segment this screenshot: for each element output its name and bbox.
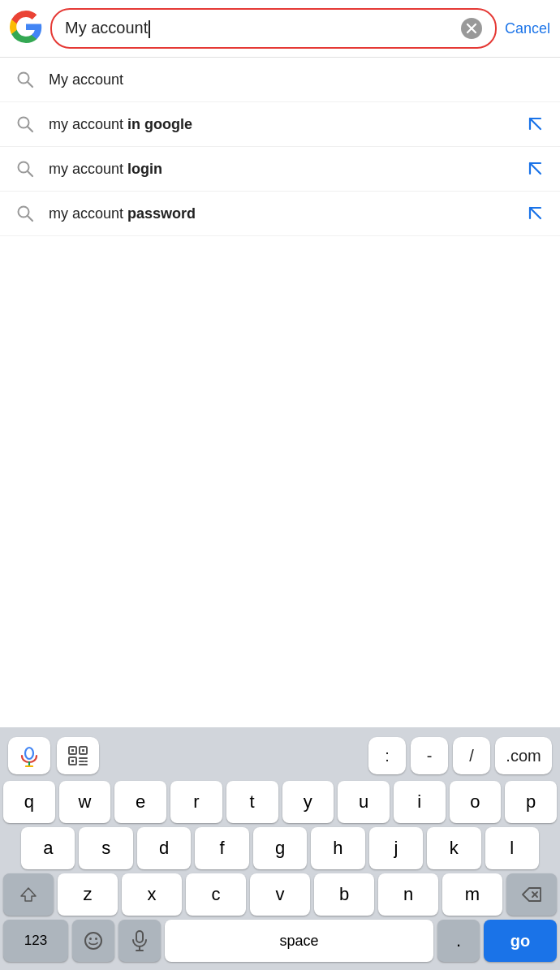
- svg-point-31: [89, 938, 92, 940]
- svg-line-9: [530, 163, 541, 174]
- key-row-3: z x c v b n m: [3, 873, 557, 916]
- svg-line-3: [28, 82, 32, 87]
- keyboard: : - / .com q w e r t y u i o p a s d f g…: [0, 727, 560, 970]
- microphone-key[interactable]: [118, 920, 161, 962]
- period-key[interactable]: .: [437, 920, 480, 962]
- search-input-text: My account: [65, 19, 148, 37]
- key-v[interactable]: v: [250, 873, 310, 916]
- search-input-wrapper[interactable]: My account: [50, 8, 497, 49]
- search-icon: [16, 71, 34, 88]
- autocomplete-arrow-icon: [526, 115, 544, 133]
- google-logo: [10, 11, 42, 46]
- microphone-toolbar-button[interactable]: [8, 737, 50, 774]
- clear-button[interactable]: [461, 18, 482, 39]
- suggestion-text: my account password: [49, 205, 511, 222]
- svg-line-5: [28, 127, 32, 131]
- key-y[interactable]: y: [282, 781, 334, 823]
- key-t[interactable]: t: [226, 781, 278, 823]
- autocomplete-arrow-icon: [526, 160, 544, 178]
- go-key[interactable]: go: [484, 920, 557, 962]
- svg-line-8: [28, 171, 32, 176]
- shift-key[interactable]: [3, 873, 54, 916]
- suggestion-text: my account login: [49, 161, 511, 178]
- key-b[interactable]: b: [314, 873, 374, 916]
- key-j[interactable]: j: [369, 827, 423, 869]
- key-row-1: q w e r t y u i o p: [3, 781, 557, 823]
- suggestion-text: My account: [49, 71, 544, 88]
- keyboard-rows: q w e r t y u i o p a s d f g h j k l: [0, 781, 560, 962]
- key-q[interactable]: q: [3, 781, 55, 823]
- suggestion-text: my account in google: [49, 116, 511, 133]
- svg-line-12: [530, 208, 541, 218]
- cancel-button[interactable]: Cancel: [505, 20, 550, 37]
- emoji-key[interactable]: [72, 920, 114, 962]
- dash-key[interactable]: -: [411, 737, 448, 774]
- key-r[interactable]: r: [170, 781, 222, 823]
- svg-point-14: [25, 748, 33, 759]
- colon-key[interactable]: :: [368, 737, 406, 774]
- space-key[interactable]: space: [165, 920, 433, 962]
- search-icon: [16, 115, 34, 133]
- key-e[interactable]: e: [114, 781, 166, 823]
- delete-key[interactable]: [506, 873, 557, 916]
- slash-key[interactable]: /: [453, 737, 490, 774]
- key-w[interactable]: w: [59, 781, 111, 823]
- svg-rect-22: [71, 760, 74, 762]
- key-l[interactable]: l: [485, 827, 539, 869]
- suggestion-item[interactable]: my account password: [0, 192, 560, 236]
- toolbar-char-group: : - / .com: [368, 737, 552, 774]
- search-icon: [16, 160, 34, 178]
- key-s[interactable]: s: [79, 827, 132, 869]
- key-z[interactable]: z: [58, 873, 118, 916]
- svg-rect-21: [82, 749, 84, 752]
- search-icon: [16, 205, 34, 222]
- suggestions-list: My account my account in google my accou…: [0, 58, 560, 236]
- svg-point-30: [85, 933, 101, 949]
- svg-line-11: [28, 216, 32, 221]
- suggestion-item[interactable]: my account in google: [0, 102, 560, 147]
- numbers-key[interactable]: 123: [3, 920, 68, 962]
- key-x[interactable]: x: [122, 873, 182, 916]
- key-h[interactable]: h: [311, 827, 364, 869]
- keyboard-toolbar: : - / .com: [0, 734, 560, 781]
- key-g[interactable]: g: [253, 827, 307, 869]
- key-a[interactable]: a: [21, 827, 75, 869]
- text-cursor: [149, 20, 150, 38]
- key-row-2: a s d f g h j k l: [3, 827, 557, 869]
- svg-point-32: [95, 938, 97, 940]
- svg-line-6: [530, 119, 541, 129]
- autocomplete-arrow-icon: [526, 205, 544, 222]
- key-o[interactable]: o: [450, 781, 502, 823]
- suggestion-item[interactable]: my account login: [0, 147, 560, 192]
- key-k[interactable]: k: [427, 827, 480, 869]
- qr-scanner-button[interactable]: [57, 737, 99, 774]
- svg-rect-33: [136, 931, 143, 942]
- key-p[interactable]: p: [505, 781, 557, 823]
- key-m[interactable]: m: [442, 873, 502, 916]
- search-bar: My account Cancel: [0, 0, 560, 58]
- suggestion-item[interactable]: My account: [0, 58, 560, 102]
- key-f[interactable]: f: [195, 827, 248, 869]
- key-d[interactable]: d: [137, 827, 191, 869]
- key-n[interactable]: n: [378, 873, 438, 916]
- search-input[interactable]: My account: [65, 19, 461, 38]
- key-u[interactable]: u: [338, 781, 390, 823]
- key-c[interactable]: c: [186, 873, 246, 916]
- dotcom-key[interactable]: .com: [495, 737, 552, 774]
- svg-rect-20: [71, 749, 74, 752]
- key-row-bottom: 123 space . go: [3, 920, 557, 962]
- svg-marker-27: [21, 888, 36, 901]
- key-i[interactable]: i: [394, 781, 446, 823]
